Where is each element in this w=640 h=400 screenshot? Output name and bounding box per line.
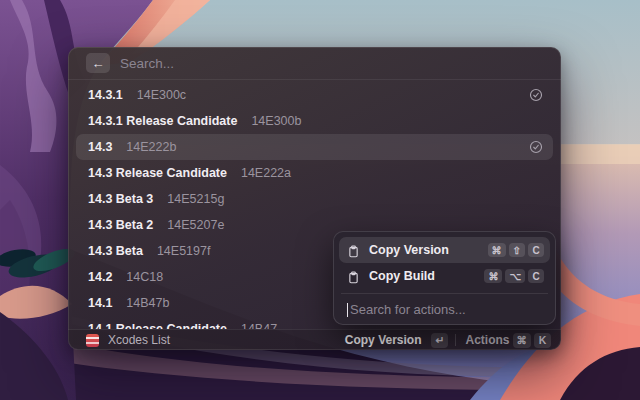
action-shortcut-keys: ⌘⌥C: [481, 269, 544, 283]
build-label: 14B47: [241, 322, 277, 329]
keycap: ⌘: [513, 333, 532, 348]
action-rows: Copy Version ⌘⇧C Copy Build ⌘⌥C: [339, 237, 550, 289]
keycap: C: [528, 269, 544, 283]
app-name-label: Xcodes List: [108, 333, 170, 347]
keycap: ⇧: [509, 243, 525, 257]
version-label: 14.1 Release Candidate: [88, 322, 227, 329]
action-item[interactable]: Copy Version ⌘⇧C: [339, 237, 550, 263]
action-panel: Copy Version ⌘⇧C Copy Build ⌘⌥C Search f…: [333, 231, 556, 325]
build-label: 14E5197f: [157, 244, 211, 258]
actions-menu-label[interactable]: Actions: [465, 333, 509, 347]
action-label: Copy Build: [369, 269, 435, 283]
footer-divider: [455, 334, 456, 346]
clipboard-icon: [347, 270, 360, 283]
build-label: 14E5215g: [167, 192, 224, 206]
primary-action-label[interactable]: Copy Version: [345, 333, 422, 347]
build-label: 14B47b: [126, 296, 169, 310]
list-item[interactable]: 14.3 14E222b: [76, 134, 553, 160]
back-button[interactable]: ←: [86, 53, 110, 73]
keycap: ⌘: [484, 269, 502, 283]
list-item[interactable]: 14.3 Release Candidate 14E222a: [76, 160, 553, 186]
build-label: 14E300b: [251, 114, 301, 128]
text-caret: [347, 303, 348, 317]
installed-check-circle-icon: [529, 140, 543, 154]
search-input[interactable]: Search...: [120, 56, 174, 71]
version-label: 14.3: [88, 140, 112, 154]
build-label: 14E300c: [137, 88, 186, 102]
version-label: 14.3 Release Candidate: [88, 166, 227, 180]
action-label: Copy Version: [369, 243, 449, 257]
return-key-icon: ↵: [431, 333, 448, 348]
version-label: 14.3.1 Release Candidate: [88, 114, 237, 128]
keycap: ⌘: [488, 243, 506, 257]
desktop: ← Search... 14.3.1 14E300c 14.3.1 Releas…: [0, 0, 640, 400]
keycap: ⌥: [505, 269, 525, 283]
version-label: 14.3.1: [88, 88, 123, 102]
build-label: 14E5207e: [167, 218, 224, 232]
action-shortcut-keys: ⌘⇧C: [485, 243, 544, 257]
action-item[interactable]: Copy Build ⌘⌥C: [339, 263, 550, 289]
keycap: K: [534, 333, 551, 348]
list-item[interactable]: 14.3.1 14E300c: [76, 82, 553, 108]
footer-bar: Xcodes List Copy Version ↵ Actions ⌘K: [68, 329, 561, 350]
clipboard-icon: [347, 244, 360, 257]
actions-keys: ⌘K: [510, 333, 552, 348]
action-search-input[interactable]: Search for actions...: [339, 294, 550, 325]
installed-check-circle-icon: [529, 88, 543, 102]
version-label: 14.1: [88, 296, 112, 310]
version-label: 14.3 Beta 3: [88, 192, 153, 206]
build-label: 14E222b: [126, 140, 176, 154]
search-bar: ← Search...: [68, 47, 561, 80]
version-label: 14.3 Beta: [88, 244, 143, 258]
xcodes-app-icon: [86, 334, 99, 347]
version-label: 14.3 Beta 2: [88, 218, 153, 232]
list-item[interactable]: 14.3.1 Release Candidate 14E300b: [76, 108, 553, 134]
version-label: 14.2: [88, 270, 112, 284]
build-label: 14E222a: [241, 166, 291, 180]
keycap: C: [528, 243, 544, 257]
list-item[interactable]: 14.3 Beta 3 14E5215g: [76, 186, 553, 212]
build-label: 14C18: [126, 270, 163, 284]
